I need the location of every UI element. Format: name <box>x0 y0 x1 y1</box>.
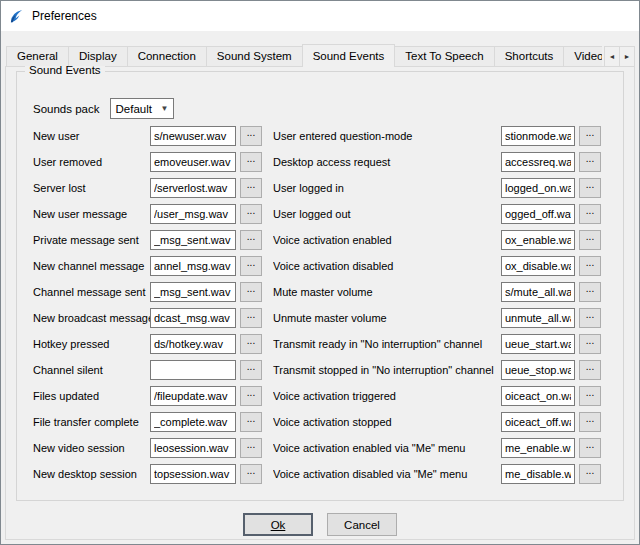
sound-event-row: Desktop access request... <box>273 152 601 172</box>
sound-event-label: Transmit stopped in "No interruption" ch… <box>273 364 501 376</box>
tab-scroll-left-button[interactable]: ◄ <box>604 46 620 67</box>
browse-button[interactable]: ... <box>579 178 601 198</box>
sound-event-label: Voice activation enabled <box>273 234 501 246</box>
sound-event-row: New video session... <box>33 438 262 458</box>
sound-file-input[interactable] <box>501 464 575 484</box>
sound-file-input[interactable] <box>501 282 575 302</box>
chevron-down-icon: ▼ <box>157 104 173 113</box>
browse-button[interactable]: ... <box>240 334 262 354</box>
sound-file-input[interactable] <box>501 386 575 406</box>
ok-button[interactable]: Ok <box>243 513 313 536</box>
browse-button[interactable]: ... <box>579 230 601 250</box>
browse-button[interactable]: ... <box>240 282 262 302</box>
sound-file-input[interactable] <box>501 412 575 432</box>
browse-button[interactable]: ... <box>579 256 601 276</box>
sound-file-input[interactable] <box>150 386 236 406</box>
sound-file-input[interactable] <box>150 412 236 432</box>
sound-file-input[interactable] <box>150 178 236 198</box>
sound-file-input[interactable] <box>150 230 236 250</box>
sound-event-label: Voice activation triggered <box>273 390 501 402</box>
tab-display[interactable]: Display <box>68 46 128 66</box>
browse-button[interactable]: ... <box>579 308 601 328</box>
sound-file-input[interactable] <box>501 256 575 276</box>
browse-button[interactable]: ... <box>579 360 601 380</box>
sound-event-label: Voice activation disabled <box>273 260 501 272</box>
sound-file-input[interactable] <box>150 438 236 458</box>
sound-file-input[interactable] <box>150 204 236 224</box>
sound-event-row: User entered question-mode... <box>273 126 601 146</box>
sound-event-label: Channel silent <box>33 364 150 376</box>
sound-file-input[interactable] <box>501 152 575 172</box>
sound-event-label: Channel message sent <box>33 286 150 298</box>
sound-event-row: Transmit ready in "No interruption" chan… <box>273 334 601 354</box>
sounds-pack-select[interactable]: Default ▼ <box>110 98 174 119</box>
tab-shortcuts[interactable]: Shortcuts <box>494 46 565 66</box>
sound-file-input[interactable] <box>501 204 575 224</box>
sound-file-input[interactable] <box>501 230 575 250</box>
browse-button[interactable]: ... <box>240 464 262 484</box>
browse-button[interactable]: ... <box>240 256 262 276</box>
sound-event-label: Files updated <box>33 390 150 402</box>
browse-button[interactable]: ... <box>579 412 601 432</box>
browse-button[interactable]: ... <box>579 386 601 406</box>
sound-event-label: User entered question-mode <box>273 130 501 142</box>
sound-event-label: New desktop session <box>33 468 150 480</box>
sound-event-row: Channel message sent... <box>33 282 262 302</box>
browse-button[interactable]: ... <box>579 464 601 484</box>
tab-scroll-right-button[interactable]: ► <box>619 46 635 67</box>
browse-button[interactable]: ... <box>240 204 262 224</box>
browse-button[interactable]: ... <box>240 386 262 406</box>
sound-events-left-column: New user...User removed...Server lost...… <box>33 126 262 490</box>
sound-event-label: File transfer complete <box>33 416 150 428</box>
cancel-button[interactable]: Cancel <box>327 513 397 536</box>
sound-event-row: Server lost... <box>33 178 262 198</box>
browse-button[interactable]: ... <box>240 178 262 198</box>
sound-event-row: Voice activation disabled... <box>273 256 601 276</box>
tab-connection[interactable]: Connection <box>127 46 207 66</box>
browse-button[interactable]: ... <box>240 230 262 250</box>
sound-file-input[interactable] <box>150 282 236 302</box>
sounds-pack-row: Sounds pack Default ▼ <box>33 98 174 119</box>
tab-text-to-speech[interactable]: Text To Speech <box>394 46 494 66</box>
sound-file-input[interactable] <box>501 126 575 146</box>
browse-button[interactable]: ... <box>240 438 262 458</box>
sound-file-input[interactable] <box>150 256 236 276</box>
browse-button[interactable]: ... <box>579 282 601 302</box>
tab-sound-system[interactable]: Sound System <box>206 46 303 66</box>
sound-event-row: New broadcast message... <box>33 308 262 328</box>
sound-events-tab-page: Sound Events Sounds pack Default ▼ New u… <box>5 66 635 540</box>
sound-event-row: Mute master volume... <box>273 282 601 302</box>
tab-video[interactable]: Video <box>563 46 602 66</box>
browse-button[interactable]: ... <box>579 126 601 146</box>
browse-button[interactable]: ... <box>579 204 601 224</box>
sound-file-input[interactable] <box>150 152 236 172</box>
sound-event-row: User logged out... <box>273 204 601 224</box>
sound-file-input[interactable] <box>150 308 236 328</box>
sound-file-input[interactable] <box>501 178 575 198</box>
sound-file-input[interactable] <box>150 126 236 146</box>
sound-file-input[interactable] <box>150 334 236 354</box>
browse-button[interactable]: ... <box>240 412 262 432</box>
browse-button[interactable]: ... <box>579 334 601 354</box>
window-title: Preferences <box>32 9 97 23</box>
browse-button[interactable]: ... <box>240 152 262 172</box>
sound-event-row: Files updated... <box>33 386 262 406</box>
browse-button[interactable]: ... <box>240 126 262 146</box>
browse-button[interactable]: ... <box>579 152 601 172</box>
sound-file-input[interactable] <box>150 360 236 380</box>
tab-sound-events[interactable]: Sound Events <box>302 44 396 67</box>
sound-event-row: Transmit stopped in "No interruption" ch… <box>273 360 601 380</box>
sound-file-input[interactable] <box>150 464 236 484</box>
sound-file-input[interactable] <box>501 360 575 380</box>
sound-file-input[interactable] <box>501 438 575 458</box>
sound-event-label: Mute master volume <box>273 286 501 298</box>
browse-button[interactable]: ... <box>240 308 262 328</box>
sound-event-row: Hotkey pressed... <box>33 334 262 354</box>
sound-event-label: Desktop access request <box>273 156 501 168</box>
sound-file-input[interactable] <box>501 308 575 328</box>
tab-general[interactable]: General <box>6 46 69 66</box>
browse-button[interactable]: ... <box>240 360 262 380</box>
sound-event-label: Private message sent <box>33 234 150 246</box>
browse-button[interactable]: ... <box>579 438 601 458</box>
sound-file-input[interactable] <box>501 334 575 354</box>
